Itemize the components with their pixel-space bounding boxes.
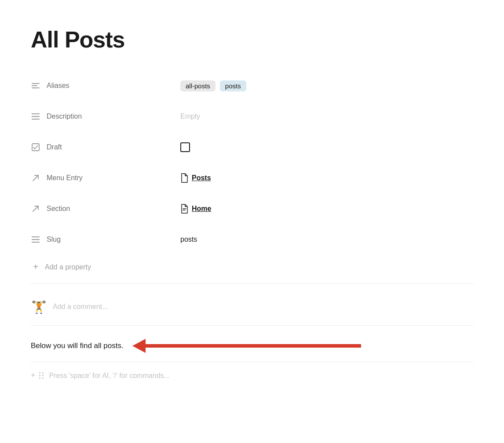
add-property-plus-icon: + <box>31 262 40 272</box>
description-label-group: Description <box>31 112 180 121</box>
menu-entry-label-group: Menu Entry <box>31 173 180 183</box>
draft-label: Draft <box>47 143 62 151</box>
checkbox-svg-icon <box>31 143 40 152</box>
input-bar: + Press 'space' for AI, '/' for commands… <box>31 362 473 389</box>
comment-placeholder[interactable]: Add a comment... <box>53 303 108 311</box>
section-value[interactable]: Home <box>180 204 473 214</box>
draft-icon <box>31 142 40 152</box>
arrow-ne2-svg-icon <box>32 205 40 213</box>
menu-entry-link-text: Posts <box>192 174 211 182</box>
content-text-row: Below you will find all posts. <box>31 339 473 353</box>
arrow-line <box>146 344 361 348</box>
aliases-icon <box>31 81 40 91</box>
menu-entry-value[interactable]: Posts <box>180 173 473 183</box>
slug-value: posts <box>180 236 197 243</box>
slug-label: Slug <box>47 236 61 243</box>
section-label: Section <box>47 205 70 213</box>
slug-label-group: Slug <box>31 235 180 244</box>
aliases-value: all-posts posts <box>180 80 473 91</box>
aliases-label: Aliases <box>47 82 69 90</box>
drag-handle[interactable] <box>39 372 44 379</box>
menu-entry-link[interactable]: Posts <box>180 173 211 183</box>
arrow-ne-svg-icon <box>32 174 40 182</box>
svg-line-4 <box>33 175 38 181</box>
section-row: Section Home <box>31 193 473 224</box>
add-property-row[interactable]: + Add a property <box>31 255 473 279</box>
drag-dots-grid <box>39 372 44 379</box>
add-block-button[interactable]: + <box>31 371 36 380</box>
content-area: Below you will find all posts. <box>31 326 473 353</box>
lines-svg-icon <box>32 113 40 120</box>
section-label-group: Section <box>31 204 180 214</box>
section-link[interactable]: Home <box>180 204 211 214</box>
comment-section: 🏋️ Add a comment... <box>31 288 473 325</box>
list-lines-icon <box>32 83 40 88</box>
page-title: All Posts <box>31 26 473 53</box>
arrow-head <box>132 339 146 353</box>
add-property-label: Add a property <box>45 263 91 271</box>
description-row: Description Empty <box>31 101 473 132</box>
user-avatar: 🏋️ <box>31 299 47 315</box>
slug-value-container[interactable]: posts <box>180 236 473 243</box>
draft-value[interactable] <box>180 142 473 152</box>
draft-label-group: Draft <box>31 142 180 152</box>
arrow-annotation <box>132 339 361 353</box>
alias-tag-all-posts[interactable]: all-posts <box>180 80 215 91</box>
content-text: Below you will find all posts. <box>31 341 124 350</box>
draft-row: Draft <box>31 132 473 163</box>
slug-lines-svg-icon <box>32 236 40 243</box>
slug-row: Slug posts <box>31 224 473 255</box>
description-value[interactable]: Empty <box>180 113 473 120</box>
draft-checkbox[interactable] <box>180 142 190 152</box>
svg-line-5 <box>33 206 38 211</box>
slug-icon <box>31 235 40 244</box>
page-lines-icon <box>180 204 188 214</box>
description-label: Description <box>47 113 82 120</box>
properties-list: Aliases all-posts posts Description <box>31 70 473 255</box>
aliases-row: Aliases all-posts posts <box>31 70 473 101</box>
menu-entry-row: Menu Entry Posts <box>31 163 473 193</box>
page-icon <box>180 173 188 183</box>
aliases-label-group: Aliases <box>31 81 180 91</box>
page-container: All Posts Aliases all-posts posts <box>0 0 504 389</box>
menu-entry-icon <box>31 173 40 183</box>
divider-1 <box>31 283 473 284</box>
menu-entry-label: Menu Entry <box>47 174 83 182</box>
description-empty: Empty <box>180 113 200 120</box>
section-icon <box>31 204 40 214</box>
section-link-text: Home <box>192 205 211 213</box>
input-controls: + <box>31 371 44 380</box>
text-input-placeholder[interactable]: Press 'space' for AI, '/' for commands..… <box>49 372 473 380</box>
description-icon <box>31 112 40 121</box>
alias-tag-posts[interactable]: posts <box>220 80 246 91</box>
